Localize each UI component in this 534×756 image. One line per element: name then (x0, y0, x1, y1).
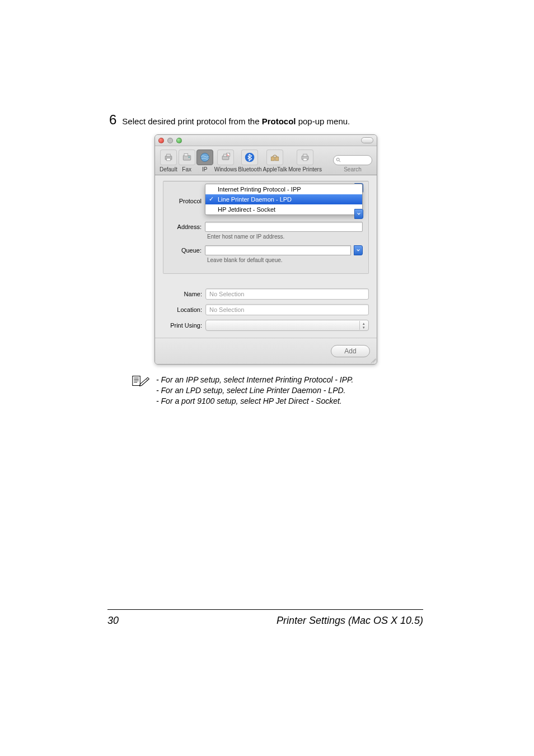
dialog-footer: Add (155, 338, 377, 364)
toolbar-label: Default (160, 166, 177, 172)
toolbar-more-printers[interactable]: More Printers (288, 150, 322, 172)
zoom-icon[interactable] (176, 138, 182, 143)
search-label: Search (344, 166, 362, 172)
minimize-icon[interactable] (167, 138, 173, 143)
note-icon (132, 375, 151, 387)
location-label: Location: (163, 306, 202, 313)
lower-form: Name: No Selection Location: No Selectio… (155, 281, 377, 338)
toolbar-fax[interactable]: Fax (179, 150, 195, 172)
svg-rect-15 (303, 158, 307, 161)
step-text-bold: Protocol (262, 116, 296, 126)
protocol-popup[interactable]: Internet Printing Protocol - IPP Line Pr… (205, 186, 363, 216)
page-number: 30 (107, 615, 119, 627)
queue-label: Queue: (169, 247, 202, 254)
note-block: - For an IPP setup, select Internet Prin… (132, 375, 423, 407)
close-icon[interactable] (158, 138, 164, 143)
globe-icon (196, 150, 213, 165)
titlebar (155, 135, 377, 146)
updown-arrows-icon: ▴▾ (359, 321, 367, 330)
svg-rect-14 (303, 154, 307, 156)
note-line-1: - For an IPP setup, select Internet Prin… (156, 375, 354, 385)
toolbar-ip[interactable]: IP (196, 150, 213, 172)
toolbar-label: Bluetooth (238, 166, 261, 172)
protocol-label: Protocol (169, 198, 202, 204)
bluetooth-icon (241, 150, 258, 165)
address-hint: Enter host name or IP address. (207, 234, 368, 240)
protocol-option-ipp[interactable]: Internet Printing Protocol - IPP (205, 184, 362, 194)
form-inset: Protocol Internet Printing Protocol - IP… (163, 181, 369, 274)
name-field[interactable]: No Selection (205, 288, 369, 300)
note-line-3: - For a port 9100 setup, select HP Jet D… (156, 396, 354, 407)
printusing-popup[interactable]: ▴▾ (205, 320, 369, 331)
toolbar: Default Fax IP Windows (155, 146, 377, 175)
step-text: Select desired print protocol from the P… (122, 116, 350, 126)
svg-rect-11 (271, 157, 275, 161)
step-line: 6 Select desired print protocol from the… (109, 112, 423, 128)
step-text-after: pop-up menu. (296, 116, 350, 126)
printer-icon (160, 150, 177, 165)
add-printer-dialog: Default Fax IP Windows (154, 134, 377, 365)
resize-grip-icon[interactable] (369, 356, 376, 363)
more-printers-icon (297, 150, 313, 165)
protocol-option-socket[interactable]: HP Jetdirect - Socket (205, 204, 362, 214)
footer-rule (107, 609, 423, 610)
fax-icon (179, 150, 195, 165)
toolbar-label: More Printers (288, 166, 322, 172)
traffic-lights (158, 138, 182, 143)
toolbar-default[interactable]: Default (160, 150, 177, 172)
step-text-before: Select desired print protocol from the (122, 116, 261, 126)
toolbar-windows[interactable]: Windows (214, 150, 237, 172)
svg-rect-2 (167, 158, 171, 161)
appletalk-icon (266, 150, 283, 165)
toolbar-label: Fax (182, 166, 191, 172)
note-text: - For an IPP setup, select Internet Prin… (156, 375, 354, 407)
address-input[interactable] (205, 222, 363, 232)
add-button[interactable]: Add (331, 345, 370, 357)
form-area: Protocol Internet Printing Protocol - IP… (155, 175, 377, 281)
svg-line-23 (146, 379, 148, 381)
toolbar-pill-icon[interactable] (361, 137, 373, 143)
location-field[interactable]: No Selection (205, 304, 369, 315)
toolbar-appletalk[interactable]: AppleTalk (263, 150, 287, 172)
name-label: Name: (163, 291, 202, 297)
printusing-label: Print Using: (163, 322, 202, 329)
protocol-menu: Internet Printing Protocol - IPP Line Pr… (205, 184, 363, 215)
windows-icon (217, 150, 234, 165)
svg-rect-1 (167, 154, 171, 156)
search-wrap: Search (333, 155, 372, 172)
queue-dropdown-icon[interactable] (354, 245, 363, 255)
note-line-2: - For an LPD setup, select Line Printer … (156, 385, 354, 396)
search-icon (336, 157, 341, 163)
page-title: Printer Settings (Mac OS X 10.5) (277, 615, 423, 627)
toolbar-label: IP (202, 166, 207, 172)
queue-hint: Leave blank for default queue. (207, 257, 368, 263)
search-input[interactable] (333, 155, 372, 165)
svg-line-17 (339, 161, 341, 162)
svg-rect-9 (227, 153, 230, 157)
toolbar-bluetooth[interactable]: Bluetooth (238, 150, 261, 172)
toolbar-label: AppleTalk (263, 166, 287, 172)
queue-input[interactable] (205, 245, 351, 255)
step-number: 6 (109, 112, 116, 128)
svg-rect-4 (184, 153, 188, 156)
svg-rect-5 (188, 156, 190, 158)
popup-cap-bottom-icon (354, 209, 363, 219)
toolbar-label: Windows (214, 166, 237, 172)
svg-point-6 (200, 153, 209, 162)
address-label: Address: (169, 223, 202, 230)
svg-point-16 (336, 158, 339, 161)
svg-rect-12 (275, 157, 279, 161)
protocol-option-lpd[interactable]: Line Printer Daemon - LPD (205, 194, 362, 204)
